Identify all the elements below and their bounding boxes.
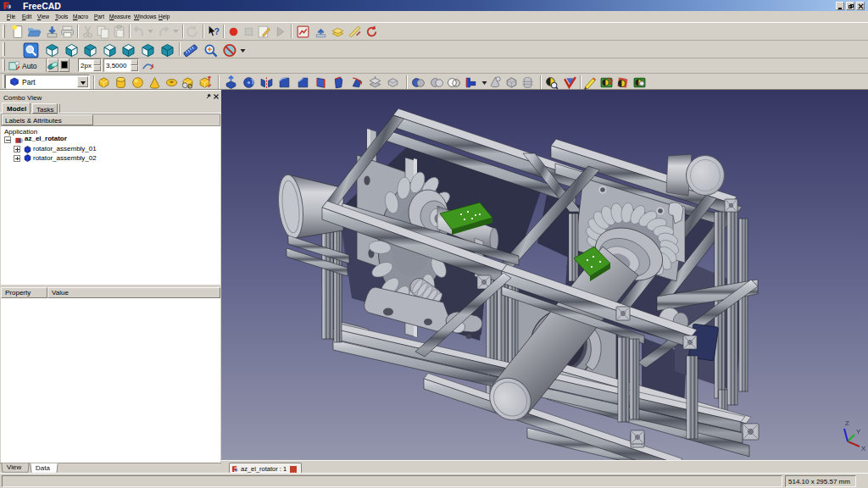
svg-text:Y: Y — [856, 428, 861, 435]
svg-text:?: ? — [214, 26, 220, 36]
svg-text:Z: Z — [845, 419, 849, 427]
svg-text:X: X — [861, 445, 866, 452]
